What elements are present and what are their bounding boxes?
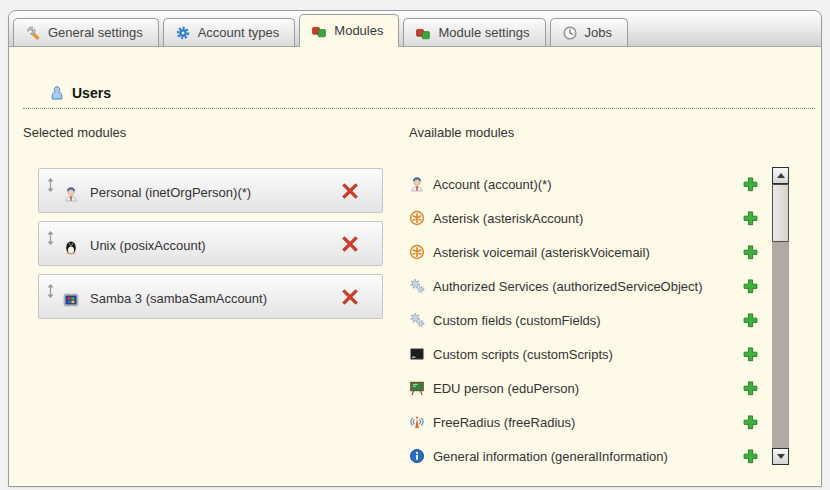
remove-module-button[interactable]	[341, 182, 359, 200]
tab-label: Jobs	[585, 25, 612, 40]
add-module-button[interactable]	[742, 210, 759, 227]
tab-modules[interactable]: Modules	[299, 14, 399, 47]
board-icon	[409, 380, 425, 396]
scroll-up-button[interactable]	[772, 167, 789, 184]
tab-label: General settings	[48, 25, 143, 40]
add-module-button[interactable]	[742, 176, 759, 193]
tab-general-settings[interactable]: General settings	[13, 18, 159, 47]
available-module-label: Custom scripts (customScripts)	[433, 347, 613, 362]
tab-bar: General settingsAccount typesModulesModu…	[9, 11, 821, 47]
remove-module-button[interactable]	[341, 288, 359, 306]
available-module-row: Asterisk (asteriskAccount)	[409, 201, 769, 235]
asterisk-icon	[409, 244, 425, 260]
triangle-up-icon	[777, 173, 785, 178]
add-icon	[742, 244, 759, 261]
available-module-row: General information (generalInformation)	[409, 439, 769, 473]
antenna-icon	[409, 414, 425, 430]
available-module-row: Authorized Services (authorizedServiceOb…	[409, 269, 769, 303]
available-module-label: Authorized Services (authorizedServiceOb…	[433, 279, 703, 294]
user-icon	[49, 85, 65, 101]
available-module-label: Account (account)(*)	[433, 177, 552, 192]
available-module-row: Custom fields (customFields)	[409, 303, 769, 337]
available-modules-column: Available modules Account (account)(*)As…	[409, 125, 789, 473]
tux-icon	[63, 239, 79, 255]
tab-account-types[interactable]: Account types	[163, 18, 296, 47]
tab-label: Account types	[198, 25, 280, 40]
selected-modules-label: Selected modules	[23, 125, 409, 141]
modules-icon	[311, 23, 327, 39]
available-module-row: EDU person (eduPerson)	[409, 371, 769, 405]
available-module-row: Custom scripts (customScripts)	[409, 337, 769, 371]
settings-window: General settingsAccount typesModulesModu…	[8, 10, 822, 487]
add-module-button[interactable]	[742, 380, 759, 397]
gears-icon	[409, 278, 425, 294]
scrollbar[interactable]	[772, 167, 789, 465]
tab-label: Module settings	[438, 25, 529, 40]
add-module-button[interactable]	[742, 244, 759, 261]
selected-modules-list: Personal (inetOrgPerson)(*)Unix (posixAc…	[38, 168, 409, 319]
module-columns: Selected modules Personal (inetOrgPerson…	[23, 125, 815, 473]
add-module-button[interactable]	[742, 278, 759, 295]
drag-handle-icon[interactable]	[46, 178, 55, 192]
modules-icon	[415, 25, 431, 41]
selected-module-label: Personal (inetOrgPerson)(*)	[90, 185, 251, 200]
add-module-button[interactable]	[742, 346, 759, 363]
available-modules-area: Account (account)(*)Asterisk (asteriskAc…	[409, 167, 789, 473]
info-icon	[409, 448, 425, 464]
tab-jobs[interactable]: Jobs	[550, 18, 628, 47]
available-module-label: General information (generalInformation)	[433, 449, 668, 464]
remove-module-button[interactable]	[341, 235, 359, 253]
delete-icon	[341, 182, 359, 200]
wrench-icon	[25, 25, 41, 41]
available-module-label: EDU person (eduPerson)	[433, 381, 579, 396]
asterisk-icon	[409, 210, 425, 226]
available-modules-label: Available modules	[409, 125, 789, 141]
person-icon	[409, 176, 425, 192]
available-module-label: Asterisk voicemail (asteriskVoicemail)	[433, 245, 650, 260]
available-modules-list: Account (account)(*)Asterisk (asteriskAc…	[409, 167, 769, 473]
drag-handle-icon[interactable]	[46, 231, 55, 245]
available-module-row: Account (account)(*)	[409, 167, 769, 201]
tab-label: Modules	[334, 23, 383, 38]
add-icon	[742, 380, 759, 397]
section-heading: Users	[23, 85, 815, 109]
add-icon	[742, 176, 759, 193]
add-icon	[742, 346, 759, 363]
windows-icon	[63, 292, 79, 308]
add-module-button[interactable]	[742, 448, 759, 465]
delete-icon	[341, 235, 359, 253]
gears-icon	[409, 312, 425, 328]
tab-module-settings[interactable]: Module settings	[403, 18, 545, 47]
selected-module-item[interactable]: Personal (inetOrgPerson)(*)	[38, 168, 383, 213]
page: { "tabs": [ { "label": "General settings…	[0, 0, 830, 490]
add-icon	[742, 278, 759, 295]
drag-handle-icon[interactable]	[46, 284, 55, 298]
triangle-down-icon	[777, 454, 785, 459]
add-module-button[interactable]	[742, 312, 759, 329]
scroll-down-button[interactable]	[772, 448, 789, 465]
section-title: Users	[72, 85, 111, 101]
add-icon	[742, 414, 759, 431]
person-icon	[63, 186, 79, 202]
selected-module-item[interactable]: Samba 3 (sambaSamAccount)	[38, 274, 383, 319]
selected-module-label: Samba 3 (sambaSamAccount)	[90, 291, 267, 306]
available-module-row: Asterisk voicemail (asteriskVoicemail)	[409, 235, 769, 269]
available-module-label: FreeRadius (freeRadius)	[433, 415, 575, 430]
delete-icon	[341, 288, 359, 306]
add-icon	[742, 210, 759, 227]
clock-icon	[562, 25, 578, 41]
add-icon	[742, 312, 759, 329]
add-icon	[742, 448, 759, 465]
modules-tab-content: Users Selected modules Personal (inetOrg…	[9, 85, 821, 473]
available-module-label: Custom fields (customFields)	[433, 313, 601, 328]
selected-module-label: Unix (posixAccount)	[90, 238, 206, 253]
available-module-row: FreeRadius (freeRadius)	[409, 405, 769, 439]
scroll-thumb[interactable]	[772, 184, 789, 242]
add-module-button[interactable]	[742, 414, 759, 431]
terminal-icon	[409, 346, 425, 362]
available-module-label: Asterisk (asteriskAccount)	[433, 211, 583, 226]
gear-icon	[175, 25, 191, 41]
selected-modules-column: Selected modules Personal (inetOrgPerson…	[23, 125, 409, 473]
selected-module-item[interactable]: Unix (posixAccount)	[38, 221, 383, 266]
